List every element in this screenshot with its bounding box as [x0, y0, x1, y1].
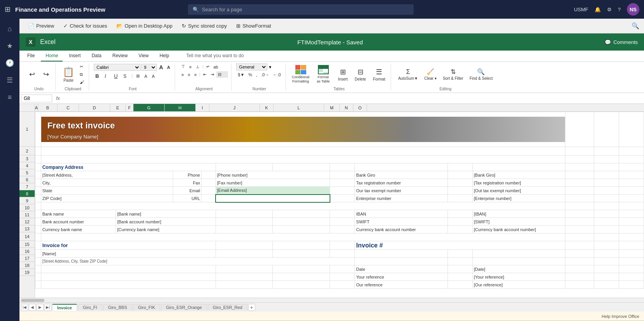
cell-k12[interactable] — [447, 226, 472, 233]
cell-h18[interactable] — [273, 273, 330, 281]
cell-g12[interactable] — [216, 226, 273, 233]
sheet-nav-first[interactable]: |◀ — [21, 304, 28, 311]
cell-e7[interactable]: Email — [173, 187, 201, 195]
cell-b8[interactable]: ZIP Code] — [41, 195, 173, 202]
cell-reference-input[interactable] — [21, 95, 52, 102]
check-issues-button[interactable]: ✓ Check for issues — [60, 21, 111, 30]
cell-n16[interactable] — [594, 258, 619, 265]
cell-n4[interactable] — [594, 163, 619, 171]
cell-m15[interactable] — [565, 250, 594, 258]
cell-m3[interactable] — [565, 156, 594, 163]
cell-b13[interactable] — [41, 233, 565, 241]
tab-file[interactable]: File — [23, 51, 39, 61]
clear-button[interactable]: 🧹 Clear ▾ — [422, 67, 439, 82]
cell-n11[interactable] — [594, 218, 619, 226]
cell-k16[interactable] — [447, 258, 472, 265]
cell-a3[interactable] — [35, 156, 41, 163]
col-header-d[interactable]: D — [79, 104, 110, 112]
font-size-select[interactable]: 9 — [141, 64, 157, 71]
tab-insert[interactable]: Insert — [64, 51, 85, 61]
cell-m6[interactable] — [565, 179, 594, 187]
number-format-arrow[interactable]: ▼ — [268, 65, 272, 69]
cell-h12[interactable] — [273, 226, 330, 233]
cell-j5[interactable]: Bank Giro — [355, 171, 447, 179]
cell-n1[interactable] — [594, 112, 619, 147]
cell-k17[interactable] — [447, 265, 472, 273]
col-header-i[interactable]: I — [196, 104, 209, 112]
cell-a13[interactable] — [35, 233, 41, 241]
cell-k11[interactable] — [447, 218, 472, 226]
cell-l4[interactable] — [472, 163, 565, 171]
sheet-tab-giro-bbs[interactable]: Giro_BBS — [103, 304, 132, 310]
cell-b7[interactable]: State — [41, 187, 173, 195]
cell-k4[interactable] — [447, 163, 472, 171]
row-header-12[interactable]: 12 — [19, 218, 35, 225]
cell-o19[interactable] — [619, 281, 644, 289]
cell-n6[interactable] — [594, 179, 619, 187]
cell-o7[interactable] — [619, 187, 644, 195]
cell-e5[interactable]: Phone — [173, 171, 201, 179]
cell-b14[interactable]: Invoice for — [41, 241, 216, 250]
row-header-17[interactable]: 17 — [19, 255, 35, 262]
row-header-18[interactable]: 18 — [19, 262, 35, 269]
cell-n9[interactable] — [594, 202, 619, 210]
tab-review[interactable]: Review — [108, 51, 132, 61]
wrap-text-button[interactable]: ↵ — [205, 63, 211, 70]
cell-f5[interactable] — [202, 171, 216, 179]
cell-a17[interactable] — [35, 265, 41, 273]
fill-color-button[interactable]: A — [143, 73, 149, 79]
tab-data[interactable]: Data — [87, 51, 106, 61]
cell-a2[interactable] — [35, 147, 41, 156]
cell-l17[interactable]: [Date] — [472, 265, 565, 273]
row-header-8[interactable]: 8 — [19, 190, 35, 197]
cell-h17[interactable] — [273, 265, 330, 273]
strikethrough-button[interactable]: S — [122, 73, 130, 80]
cell-m18[interactable] — [565, 273, 594, 281]
row-header-1[interactable]: 1 — [19, 112, 35, 147]
tab-home[interactable]: Home — [41, 51, 63, 61]
tell-me[interactable]: Tell me what you want to do — [182, 51, 249, 61]
cell-i6[interactable] — [330, 179, 355, 187]
cell-k6[interactable] — [447, 179, 472, 187]
cell-o17[interactable] — [619, 265, 644, 273]
bold-button[interactable]: B — [94, 72, 102, 80]
cell-o14[interactable] — [619, 241, 644, 250]
cell-b1-banner[interactable]: Free text invoice [Your Company Name] — [41, 112, 565, 147]
indent-inc-button[interactable]: ⇥ — [209, 71, 216, 78]
cell-j7[interactable]: Our tax exempt number — [355, 187, 447, 195]
search-icon-sec[interactable]: 🔍 — [632, 22, 639, 30]
cell-k18[interactable] — [447, 273, 472, 281]
sheet-tab-giro-esr-red[interactable]: Giro_ESR_Red — [208, 304, 247, 310]
cell-m13[interactable] — [565, 233, 594, 241]
cell-b16[interactable]: [Street Address, City, State ZIP Code] — [41, 258, 355, 265]
cell-n10[interactable] — [594, 210, 619, 218]
sheet-nav-prev[interactable]: ◀ — [29, 304, 36, 311]
gear-icon[interactable]: ⚙ — [607, 7, 612, 12]
cell-b17[interactable] — [41, 265, 216, 273]
row-header-5[interactable]: 5 — [19, 169, 35, 176]
cell-a15[interactable] — [35, 250, 41, 258]
cell-m5[interactable] — [565, 171, 594, 179]
col-header-k[interactable]: K — [260, 104, 274, 112]
indent-dec-button[interactable]: ⇤ — [202, 71, 208, 78]
row-header-16[interactable]: 16 — [19, 248, 35, 255]
bell-icon[interactable]: 🔔 — [595, 7, 601, 12]
row-header-11[interactable]: 11 — [19, 211, 35, 218]
sheet-tab-giro-fi[interactable]: Giro_FI — [78, 304, 102, 310]
sheet-tab-invoice[interactable]: Invoice — [52, 304, 77, 311]
cell-g8[interactable] — [216, 195, 330, 202]
cell-h14[interactable] — [273, 241, 330, 250]
cell-m12[interactable] — [565, 226, 594, 233]
cell-n15[interactable] — [594, 250, 619, 258]
sheet-tab-giro-fik[interactable]: Giro_FIK — [133, 304, 160, 310]
tab-help[interactable]: Help — [155, 51, 174, 61]
cell-j15[interactable] — [355, 250, 447, 258]
cell-o11[interactable] — [619, 218, 644, 226]
cell-a5[interactable] — [35, 171, 41, 179]
cell-l5[interactable]: [Bank Giro] — [472, 171, 565, 179]
cell-g19[interactable] — [216, 281, 273, 289]
align-top-button[interactable]: ⊤ — [180, 63, 187, 70]
sidebar-star-icon[interactable]: ★ — [3, 39, 17, 53]
sidebar-home-icon[interactable]: ⌂ — [3, 22, 17, 36]
comma-button[interactable]: , — [254, 72, 259, 78]
